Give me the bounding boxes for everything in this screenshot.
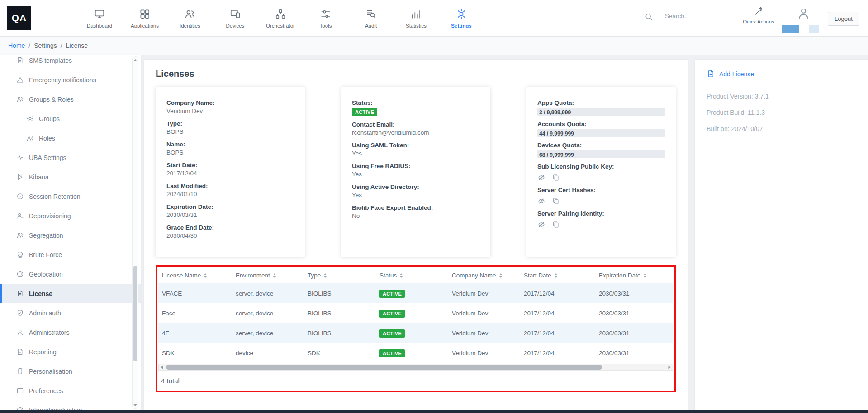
sidebar-item-groups-roles[interactable]: Groups & Roles xyxy=(0,89,141,109)
eye-off-icon[interactable] xyxy=(537,221,545,229)
sidebar-item-admin-auth[interactable]: Admin auth xyxy=(0,303,141,323)
sidebar-item-reporting[interactable]: Reporting xyxy=(0,342,141,361)
cell-expiration-date: 2030/03/31 xyxy=(595,343,673,363)
table-row[interactable]: SDK device SDK ACTIVE Veridium Dev 2017/… xyxy=(158,343,673,363)
people-icon xyxy=(16,231,24,239)
cell-status: ACTIVE xyxy=(376,303,448,323)
info-field: Status: ACTIVE xyxy=(352,99,479,116)
nav-label: Tools xyxy=(320,23,332,28)
sidebar-item-roles[interactable]: Roles xyxy=(0,128,141,148)
column-header-company-name[interactable]: Company Name xyxy=(448,268,520,283)
field-value: 2030/04/30 xyxy=(166,232,294,240)
column-header-license-name[interactable]: License Name xyxy=(158,268,232,283)
sort-icon xyxy=(324,273,327,278)
nav-dashboard[interactable]: Dashboard xyxy=(77,0,122,36)
cell-license-name: Face xyxy=(158,303,232,323)
search-input[interactable] xyxy=(664,12,721,23)
built-on: Built on: 2024/10/07 xyxy=(707,124,856,133)
sidebar-item-brute-force[interactable]: Brute Force xyxy=(0,245,141,264)
sidebar-item-emergency-notifications[interactable]: Emergency notifications xyxy=(0,70,141,89)
breadcrumb-home[interactable]: Home xyxy=(8,42,25,49)
nav-audit[interactable]: Audit xyxy=(348,0,394,36)
column-header-type[interactable]: Type xyxy=(304,268,376,283)
sidebar-item-groups[interactable]: Groups xyxy=(0,109,141,128)
add-license-button[interactable]: Add License xyxy=(707,70,856,78)
globe-icon xyxy=(16,406,24,410)
sidebar-item-internationalization[interactable]: Internationalization xyxy=(0,400,141,410)
cell-company-name: Veridium Dev xyxy=(448,283,520,304)
license-icon xyxy=(16,290,24,297)
quota-field: Accounts Quota: 44 / 9,999,999 xyxy=(537,120,665,137)
scrollbar-track[interactable] xyxy=(165,364,666,370)
eye-off-icon[interactable] xyxy=(537,174,545,182)
sidebar-item-uba-settings[interactable]: UBA Settings xyxy=(0,148,141,167)
nav-applications[interactable]: Applications xyxy=(122,0,167,36)
breadcrumb-settings[interactable]: Settings xyxy=(34,42,57,49)
column-header-status[interactable]: Status xyxy=(376,268,448,283)
sidebar-item-preferences[interactable]: Preferences xyxy=(0,381,141,400)
search-icon xyxy=(644,12,653,21)
nav-label: Devices xyxy=(226,23,245,28)
scroll-right-arrow[interactable] xyxy=(666,364,673,370)
sidebar-item-geolocation[interactable]: Geolocation xyxy=(0,264,141,284)
field-value: 2017/12/04 xyxy=(166,169,294,178)
field-value: rconstantin@veridiumid.com xyxy=(352,129,479,137)
column-header-environment[interactable]: Environment xyxy=(232,268,304,283)
field-label: Apps Quota: xyxy=(537,99,665,107)
copy-icon[interactable] xyxy=(552,197,560,205)
sidebar-item-administrators[interactable]: Administrators xyxy=(0,323,141,342)
phone-icon xyxy=(16,367,24,375)
app-logo[interactable]: QA xyxy=(7,6,31,30)
column-header-start-date[interactable]: Start Date xyxy=(520,268,595,283)
nav-orchestrator[interactable]: Orchestrator xyxy=(258,0,303,36)
nav-tools[interactable]: Tools xyxy=(303,0,348,36)
table-row[interactable]: Face server, device BIOLIBS ACTIVE Verid… xyxy=(158,303,673,323)
copy-icon[interactable] xyxy=(552,221,560,229)
sidebar-item-personalisation[interactable]: Personalisation xyxy=(0,361,141,381)
scroll-up-arrow[interactable] xyxy=(133,57,138,63)
license-info-panel: Add License Product Version: 3.7.1 Produ… xyxy=(695,60,868,410)
logout-button[interactable]: Logout xyxy=(828,12,859,26)
sidebar-item-license[interactable]: License xyxy=(0,284,141,303)
sidebar-item-deprovisioning[interactable]: Deprovisioning xyxy=(0,206,141,225)
table-row[interactable]: VFACE server, device BIOLIBS ACTIVE Veri… xyxy=(158,283,673,304)
scroll-down-arrow[interactable] xyxy=(133,402,138,408)
column-header-expiration-date[interactable]: Expiration Date xyxy=(595,268,673,283)
field-label: Devices Quota: xyxy=(537,141,665,150)
status-badge: ACTIVE xyxy=(379,290,405,298)
statistics-icon xyxy=(410,8,422,20)
table-horizontal-scrollbar[interactable] xyxy=(158,364,673,371)
wand-icon xyxy=(754,6,764,16)
nav-identities[interactable]: Identities xyxy=(167,0,213,36)
nav-settings[interactable]: Settings xyxy=(439,0,484,36)
cell-start-date: 2017/12/04 xyxy=(520,343,595,363)
table-row[interactable]: 4F server, device BIOLIBS ACTIVE Veridiu… xyxy=(158,323,673,343)
sidebar-scrollbar[interactable] xyxy=(132,56,138,409)
cell-type: BIOLIBS xyxy=(304,283,376,304)
eye-off-icon[interactable] xyxy=(537,197,545,205)
sidebar-scrollbar-thumb[interactable] xyxy=(133,266,137,361)
devices-icon xyxy=(229,8,241,20)
sidebar-item-sms-templates[interactable]: SMS templates xyxy=(0,55,141,70)
apps-quota-bar: 3 / 9,999,999 xyxy=(537,108,665,116)
field-value: BOPS xyxy=(166,128,294,136)
secret-field: Server Cert Hashes: xyxy=(537,186,665,205)
table-scrollbar-thumb[interactable] xyxy=(166,365,602,370)
scroll-left-arrow[interactable] xyxy=(159,364,165,370)
avatar-icon[interactable] xyxy=(797,6,811,20)
skull-icon xyxy=(16,251,24,258)
quick-actions-button[interactable]: Quick Actions xyxy=(741,6,776,24)
sidebar-item-kibana[interactable]: Kibana xyxy=(0,167,141,187)
copy-icon[interactable] xyxy=(552,174,560,182)
info-field: Using Active Directory: Yes xyxy=(352,183,479,199)
sidebar-item-session-retention[interactable]: Session Retention xyxy=(0,187,141,206)
secret-field: Server Pairing Identity: xyxy=(537,210,665,229)
cell-environment: server, device xyxy=(232,323,304,343)
status-badge: ACTIVE xyxy=(352,108,377,116)
sidebar-item-segregation[interactable]: Segregation xyxy=(0,225,141,245)
nav-statistics[interactable]: Statistics xyxy=(394,0,439,36)
nav-devices[interactable]: Devices xyxy=(213,0,258,36)
field-value: 2030/03/31 xyxy=(166,211,294,219)
info-field: Grace End Date: 2030/04/30 xyxy=(166,224,294,240)
report-icon xyxy=(16,348,24,356)
